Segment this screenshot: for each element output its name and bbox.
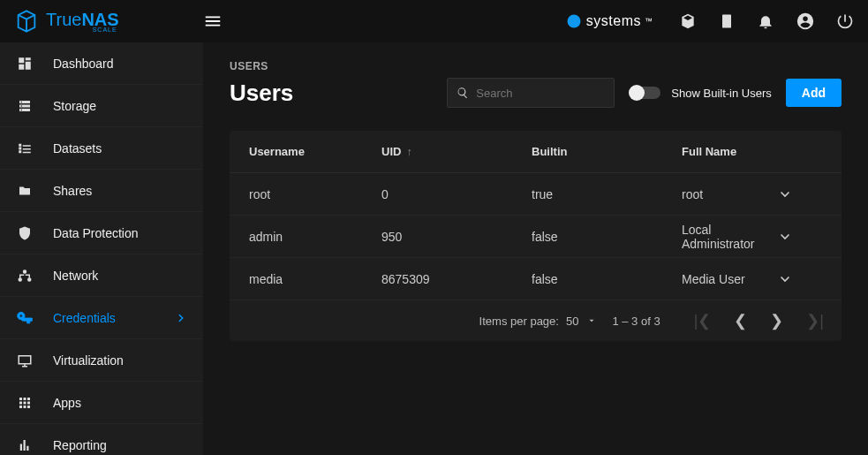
dropdown-arrow-icon	[587, 316, 596, 325]
table-header: Username UID↑ Builtin Full Name	[230, 131, 842, 173]
table-row[interactable]: media 8675309 false Media User	[230, 258, 842, 300]
show-builtin-toggle[interactable]	[630, 87, 660, 99]
page-size-select[interactable]: 50	[566, 315, 596, 328]
chevron-down-icon	[778, 272, 792, 286]
sidebar-item-datasets[interactable]: Datasets	[0, 127, 203, 170]
sidebar-item-reporting[interactable]: Reporting	[0, 424, 203, 455]
ix-sphere-icon	[565, 12, 583, 30]
svg-point-3	[21, 109, 23, 110]
breadcrumb: USERS	[230, 60, 842, 72]
users-table: Username UID↑ Builtin Full Name root 0 t…	[230, 131, 842, 341]
search-box[interactable]	[447, 78, 615, 108]
search-input[interactable]	[476, 87, 605, 100]
col-builtin[interactable]: Builtin	[532, 145, 682, 158]
main-content: USERS Users Show Built-in Users Add User…	[203, 42, 868, 455]
chevron-down-icon	[778, 230, 792, 244]
sidebar-item-apps[interactable]: Apps	[0, 382, 203, 424]
first-page-button[interactable]: |❮	[694, 311, 712, 330]
sidebar-item-storage[interactable]: Storage	[0, 85, 203, 127]
shield-icon	[16, 225, 34, 241]
table-row[interactable]: root 0 true root	[230, 173, 842, 216]
sidebar-item-virtualization[interactable]: Virtualization	[0, 339, 203, 382]
hamburger-icon	[203, 11, 223, 31]
paginator: Items per page: 50 1 – 3 of 3 |❮ ❮ ❯ ❯|	[230, 300, 842, 341]
page-range: 1 – 3 of 3	[612, 315, 660, 328]
truecommand-icon[interactable]	[679, 12, 697, 30]
bell-icon[interactable]	[757, 12, 774, 30]
key-icon	[16, 309, 34, 327]
power-icon[interactable]	[836, 12, 854, 30]
virtualization-icon	[16, 353, 34, 368]
last-page-button[interactable]: ❯|	[806, 311, 824, 330]
search-icon	[457, 86, 469, 100]
sidebar-item-dashboard[interactable]: Dashboard	[0, 42, 203, 85]
shares-icon	[16, 183, 34, 199]
prev-page-button[interactable]: ❮	[734, 311, 747, 330]
svg-point-0	[567, 15, 580, 28]
table-row[interactable]: admin 950 false Local Administrator	[230, 216, 842, 258]
storage-icon	[16, 98, 34, 114]
sort-arrow-up-icon: ↑	[406, 146, 411, 158]
expand-row-button[interactable]	[778, 230, 822, 244]
svg-point-2	[21, 105, 23, 107]
menu-toggle-button[interactable]	[203, 11, 223, 31]
account-icon[interactable]	[796, 11, 815, 31]
chevron-down-icon	[778, 187, 792, 201]
topbar: TrueNAS SCALE systems™	[0, 0, 868, 42]
reporting-icon	[16, 437, 34, 453]
sidebar-nav: Dashboard Storage Datasets Shares Data P…	[0, 42, 203, 455]
items-per-page-label: Items per page:	[479, 315, 559, 328]
expand-row-button[interactable]	[778, 187, 822, 201]
col-fullname[interactable]: Full Name	[682, 145, 778, 158]
next-page-button[interactable]: ❯	[770, 311, 783, 330]
dashboard-icon	[16, 56, 34, 72]
brand-logo[interactable]: TrueNAS SCALE	[14, 9, 203, 34]
sidebar-item-shares[interactable]: Shares	[0, 170, 203, 212]
ixsystems-logo[interactable]: systems™	[565, 12, 653, 30]
col-username[interactable]: Username	[249, 145, 381, 158]
sidebar-item-network[interactable]: Network	[0, 254, 203, 297]
page-title: Users	[230, 80, 293, 107]
network-icon	[16, 268, 34, 284]
expand-row-button[interactable]	[778, 272, 822, 286]
toggle-knob	[629, 85, 645, 101]
svg-point-1	[21, 101, 23, 102]
sidebar-item-data-protection[interactable]: Data Protection	[0, 212, 203, 254]
datasets-icon	[16, 140, 34, 156]
col-uid[interactable]: UID↑	[381, 145, 532, 158]
sidebar-item-credentials[interactable]: Credentials	[0, 297, 203, 339]
toggle-label: Show Built-in Users	[671, 87, 771, 100]
chevron-right-icon	[175, 312, 187, 324]
apps-icon	[16, 395, 34, 411]
add-button[interactable]: Add	[786, 79, 842, 107]
clipboard-icon[interactable]	[718, 12, 736, 30]
cube-logo-icon	[14, 9, 39, 34]
